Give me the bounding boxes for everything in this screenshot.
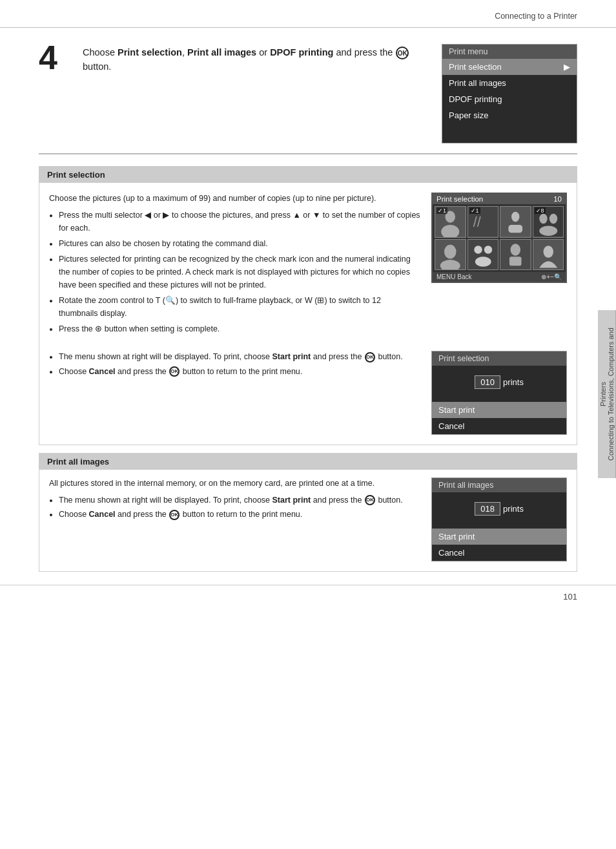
ps-bullets-list: Press the multi selector ◀ or ▶ to choos… <box>59 209 422 335</box>
ps-bullet-4: Press the ⊛ button when setting is compl… <box>59 322 422 335</box>
svg-point-20 <box>511 244 521 256</box>
pa-bullets-list: The menu shown at right will be displaye… <box>59 494 422 521</box>
print-menu-item-2[interactable]: DPOF printing <box>442 91 577 107</box>
pa-bullet-0: The menu shown at right will be displaye… <box>59 494 422 507</box>
step-bold3: DPOF printing <box>270 47 333 58</box>
header-title: Connecting to a Printer <box>495 12 577 21</box>
ps-bottom-section: The menu shown at right will be displaye… <box>39 348 577 445</box>
ps-start-print-item[interactable]: Start print <box>432 402 566 418</box>
step-text: Choose Print selection, Print all images… <box>83 41 429 74</box>
thumb-5 <box>435 239 466 271</box>
ok-circle-ps: OK <box>365 352 375 362</box>
ps-intro: Choose the pictures (up to a maximum of … <box>49 193 422 205</box>
pa-intro: All pictures stored in the internal memo… <box>49 477 422 490</box>
svg-point-18 <box>475 257 491 267</box>
pa-prints-row: 018 prints <box>438 502 560 516</box>
ps-bottom-list: The menu shown at right will be displaye… <box>59 351 422 378</box>
thumb-8 <box>533 239 564 271</box>
svg-rect-21 <box>509 257 522 266</box>
ps-dialog: Print selection 010 prints Start print C… <box>431 351 567 435</box>
svg-point-13 <box>444 244 457 258</box>
svg-point-16 <box>474 246 482 253</box>
thumb-6-icon <box>468 240 498 270</box>
thumb-3 <box>500 206 531 238</box>
pa-bullet-1: Choose Cancel and press the OK button to… <box>59 508 422 521</box>
print-menu-item-3-label: Paper size <box>449 110 488 120</box>
step-comma: , <box>182 47 187 58</box>
step-4-row: 4 Choose Print selection, Print all imag… <box>39 41 577 154</box>
print-menu-box: Print menu Print selection ▶ Print all i… <box>442 44 577 143</box>
svg-point-11 <box>539 225 557 236</box>
svg-point-10 <box>549 214 557 224</box>
pa-left: All pictures stored in the internal memo… <box>49 477 422 561</box>
print-menu-item-2-label: DPOF printing <box>449 94 502 104</box>
ps-bullet-3: Rotate the zoom control to T (🔍) to swit… <box>59 294 422 320</box>
section-print-selection: Print selection Choose the pictures (up … <box>39 166 577 445</box>
pa-dialog: Print all images 018 prints Start print … <box>431 477 567 561</box>
print-menu-item-3[interactable]: Paper size <box>442 107 577 123</box>
ps-start-print-label: Start print <box>272 352 311 361</box>
camera-screen-title-row: Print selection 10 <box>433 194 566 204</box>
ps-prints-row: 010 prints <box>438 375 560 389</box>
thumb-4: ✓8 <box>533 206 564 238</box>
camera-screen: Print selection 10 ✓1 <box>431 193 567 283</box>
svg-point-9 <box>539 214 547 224</box>
step-text-end: button. <box>83 61 111 72</box>
ps-prints-label: prints <box>503 377 524 387</box>
ps-bottom-bullets: The menu shown at right will be displaye… <box>49 351 422 435</box>
ps-cancel-label: Cancel <box>89 367 116 376</box>
ok-circle-icon: OK <box>396 47 409 59</box>
thumb-7-icon <box>500 240 531 270</box>
camera-bottom-bar: MENU Back ⊕+−🔍 <box>433 272 566 282</box>
pa-start-print-item[interactable]: Start print <box>432 529 566 545</box>
section-print-all: Print all images All pictures stored in … <box>39 453 577 572</box>
pa-cancel-label: Cancel <box>89 510 116 519</box>
step-number: 4 <box>39 41 70 74</box>
thumb-1: ✓1 <box>435 206 466 238</box>
thumb-5-icon <box>435 240 466 270</box>
thumb-8-icon <box>533 240 564 270</box>
ps-bottom-bullet-1: Choose Cancel and press the OK button to… <box>59 366 422 378</box>
thumb-6 <box>467 239 499 271</box>
svg-rect-7 <box>508 225 522 233</box>
pa-prints-value: 018 <box>475 502 500 516</box>
thumb-2: // ✓1 <box>467 206 499 238</box>
print-menu-title: Print menu <box>442 45 577 59</box>
pa-dialog-body: 018 prints <box>432 492 566 529</box>
ok-circle-pa: OK <box>365 495 375 505</box>
ps-cancel-item[interactable]: Cancel <box>432 418 566 434</box>
main-content: 4 Choose Print selection, Print all imag… <box>0 28 616 585</box>
pa-dialog-title: Print all images <box>432 478 566 492</box>
step-text-after: and press the <box>333 47 395 58</box>
svg-point-6 <box>511 212 519 222</box>
step-text-before: Choose <box>83 47 118 58</box>
pa-start-print-label: Start print <box>272 496 311 505</box>
ps-prints-value: 010 <box>475 375 500 389</box>
print-menu-item-0[interactable]: Print selection ▶ <box>442 59 577 75</box>
section-print-selection-left: Choose the pictures (up to a maximum of … <box>49 193 422 338</box>
print-menu-item-0-arrow: ▶ <box>564 62 570 72</box>
svg-text://: // <box>473 214 481 230</box>
pa-prints-label: prints <box>503 504 524 514</box>
ps-bullet-1: Pictures can also be chosen by rotating … <box>59 237 422 250</box>
camera-zoom-label: ⊕+−🔍 <box>541 273 562 280</box>
step-bold1: Print selection <box>118 47 182 58</box>
ps-bullet-2: Pictures selected for printing can be re… <box>59 253 422 291</box>
svg-point-23 <box>543 246 553 258</box>
thumb-2-copy: ✓1 <box>469 207 480 214</box>
ps-bullet-0: Press the multi selector ◀ or ▶ to choos… <box>59 209 422 235</box>
print-menu-item-1-label: Print all images <box>449 78 506 88</box>
page: Connecting to a Printer 4 Choose Print s… <box>0 0 616 849</box>
pa-cancel-item[interactable]: Cancel <box>432 545 566 561</box>
page-header: Connecting to a Printer <box>0 0 616 28</box>
thumb-4-copy: ✓8 <box>535 207 546 214</box>
svg-point-17 <box>484 246 491 253</box>
camera-screen-number: 10 <box>553 195 562 203</box>
page-number: 101 <box>0 585 616 608</box>
section-print-all-header: Print all images <box>39 454 577 470</box>
ps-dialog-wrapper: Print selection 010 prints Start print C… <box>431 351 567 435</box>
ok-circle-pa2: OK <box>169 510 180 520</box>
page-number-value: 101 <box>563 592 577 602</box>
print-menu-item-1[interactable]: Print all images <box>442 75 577 91</box>
step-bold2: Print all images <box>187 47 256 58</box>
